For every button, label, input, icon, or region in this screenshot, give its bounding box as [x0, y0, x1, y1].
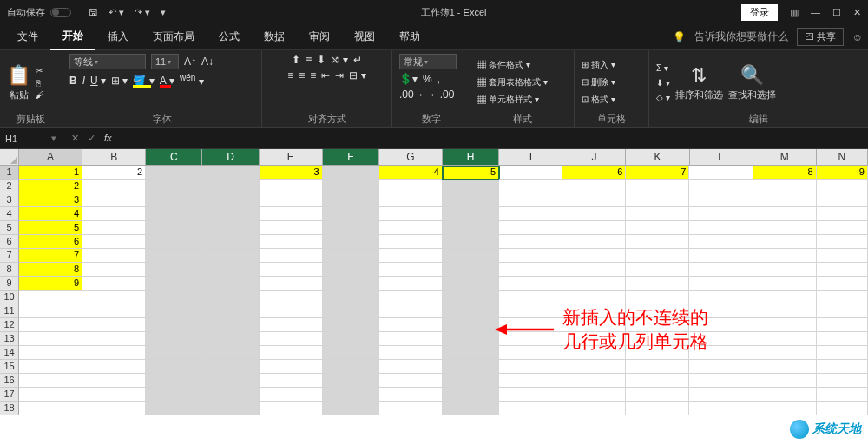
worksheet[interactable]: ABCDEFGHIJKLMN 1234567891011121314151617… [0, 149, 868, 444]
align-bottom-icon[interactable]: ⬇ [317, 54, 326, 66]
cell[interactable]: 8 [753, 166, 817, 180]
cell[interactable] [146, 277, 202, 291]
indent-inc-icon[interactable]: ⇥ [335, 69, 344, 82]
align-middle-icon[interactable]: ≡ [306, 54, 312, 66]
cell[interactable] [323, 263, 379, 277]
cell[interactable] [753, 193, 817, 207]
cell[interactable] [562, 388, 626, 402]
format-cells-button[interactable]: ⊡ 格式 ▾ [582, 94, 615, 106]
cell[interactable] [82, 318, 146, 332]
col-header-F[interactable]: F [323, 149, 379, 166]
cell[interactable] [817, 332, 868, 346]
cell[interactable] [626, 207, 689, 221]
align-center-icon[interactable]: ≡ [299, 69, 305, 82]
accept-formula-icon[interactable]: ✓ [88, 133, 95, 144]
cell[interactable] [82, 193, 146, 207]
cell[interactable] [260, 180, 323, 193]
number-format-combo[interactable]: 常规 [399, 54, 457, 69]
cell[interactable]: 1 [19, 166, 82, 180]
cell[interactable]: 5 [443, 166, 499, 180]
undo-icon[interactable]: ↶ ▾ [108, 7, 124, 18]
row-header-2[interactable]: 2 [0, 180, 19, 193]
cell[interactable] [499, 180, 562, 193]
cell[interactable] [323, 249, 379, 263]
cell[interactable] [817, 318, 868, 332]
cell[interactable] [260, 374, 323, 388]
col-header-C[interactable]: C [146, 149, 202, 166]
cell[interactable] [689, 193, 753, 207]
cell[interactable] [379, 193, 443, 207]
cell[interactable] [626, 291, 689, 304]
fill-icon[interactable]: ⬇ ▾ [656, 78, 670, 88]
cell[interactable] [689, 235, 753, 249]
cell[interactable] [443, 193, 499, 207]
cell[interactable] [562, 360, 626, 374]
col-header-A[interactable]: A [19, 149, 82, 166]
cell[interactable] [202, 180, 259, 193]
cell[interactable] [443, 291, 499, 304]
cell[interactable] [562, 221, 626, 235]
row-header-8[interactable]: 8 [0, 263, 19, 277]
cell[interactable] [202, 318, 259, 332]
col-header-E[interactable]: E [260, 149, 323, 166]
cell[interactable] [499, 402, 562, 415]
cell[interactable] [443, 402, 499, 415]
cell[interactable] [689, 360, 753, 374]
cell[interactable] [202, 346, 259, 360]
cell[interactable] [562, 263, 626, 277]
cell[interactable] [19, 346, 82, 360]
cell[interactable] [260, 388, 323, 402]
cell[interactable] [499, 263, 562, 277]
cell[interactable] [323, 374, 379, 388]
cell[interactable] [146, 360, 202, 374]
cell[interactable] [689, 249, 753, 263]
row-header-1[interactable]: 1 [0, 166, 19, 180]
increase-font-icon[interactable]: A↑ [184, 56, 196, 68]
cell[interactable] [260, 263, 323, 277]
cell[interactable] [146, 221, 202, 235]
cancel-formula-icon[interactable]: ✕ [71, 133, 79, 144]
font-color-icon[interactable]: A ▾ [160, 75, 174, 87]
close-icon[interactable]: ✕ [853, 7, 861, 18]
cell[interactable] [753, 360, 817, 374]
row-header-7[interactable]: 7 [0, 249, 19, 263]
cell[interactable] [19, 304, 82, 318]
cell[interactable] [817, 360, 868, 374]
tab-help[interactable]: 帮助 [387, 24, 432, 49]
cell[interactable] [202, 374, 259, 388]
cell[interactable] [379, 291, 443, 304]
cell[interactable] [146, 263, 202, 277]
cell[interactable] [626, 193, 689, 207]
cell[interactable] [202, 207, 259, 221]
cell[interactable] [499, 277, 562, 291]
font-size-combo[interactable]: 11 [151, 54, 179, 69]
cell[interactable] [323, 207, 379, 221]
col-header-J[interactable]: J [562, 149, 626, 166]
cell[interactable] [499, 388, 562, 402]
cell[interactable] [753, 207, 817, 221]
cell[interactable] [202, 235, 259, 249]
cell[interactable] [817, 207, 868, 221]
cell[interactable] [817, 235, 868, 249]
cell[interactable] [19, 332, 82, 346]
cell[interactable] [443, 304, 499, 318]
cell[interactable]: 4 [379, 166, 443, 180]
cell[interactable] [82, 304, 146, 318]
row-header-11[interactable]: 11 [0, 304, 19, 318]
cell[interactable] [260, 291, 323, 304]
tab-view[interactable]: 视图 [342, 24, 387, 49]
smiley-icon[interactable]: ☺ [852, 31, 863, 43]
row-header-14[interactable]: 14 [0, 346, 19, 360]
cell[interactable] [753, 374, 817, 388]
bold-icon[interactable]: B [69, 75, 77, 87]
tab-file[interactable]: 文件 [5, 24, 50, 49]
cell[interactable] [82, 402, 146, 415]
cell[interactable] [379, 277, 443, 291]
cell[interactable] [562, 249, 626, 263]
cell[interactable] [202, 304, 259, 318]
cell[interactable] [379, 318, 443, 332]
cell[interactable] [443, 277, 499, 291]
cell[interactable] [323, 291, 379, 304]
cell[interactable] [146, 291, 202, 304]
cell[interactable] [753, 291, 817, 304]
